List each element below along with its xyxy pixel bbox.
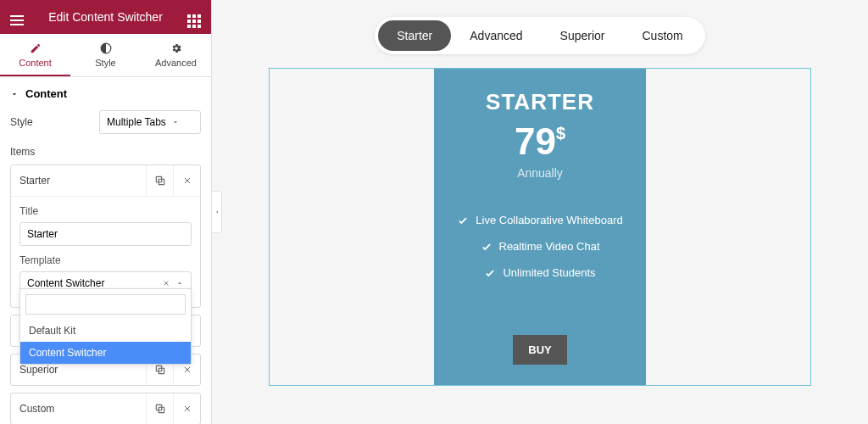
title-label: Title bbox=[19, 205, 192, 217]
feature-text: Live Collaborative Whiteboard bbox=[476, 214, 622, 226]
style-select[interactable]: Multiple Tabs bbox=[99, 110, 201, 134]
style-value: Multiple Tabs bbox=[107, 116, 166, 128]
apps-icon[interactable] bbox=[177, 7, 211, 28]
chevron-left-icon bbox=[214, 209, 220, 215]
switcher-tab-superior[interactable]: Superior bbox=[542, 20, 624, 51]
dropdown-search bbox=[25, 294, 186, 315]
contrast-icon bbox=[100, 42, 112, 54]
switcher-tab-advanced[interactable]: Advanced bbox=[451, 20, 541, 51]
buy-button[interactable]: BUY bbox=[513, 335, 566, 365]
caret-down-icon bbox=[10, 90, 19, 98]
price-currency: $ bbox=[556, 124, 565, 143]
sidebar-header: Edit Content Switcher bbox=[0, 0, 211, 34]
check-icon bbox=[484, 267, 496, 279]
section-toggle-content[interactable]: Content bbox=[10, 77, 201, 110]
card-period: Annually bbox=[448, 166, 632, 180]
chevron-down-icon bbox=[171, 118, 180, 126]
price-amount: 79 bbox=[515, 120, 556, 163]
close-icon[interactable] bbox=[173, 393, 200, 424]
chevron-up-icon bbox=[175, 279, 184, 287]
section-wrapper[interactable]: STARTER 79$ Annually Live Collaborative … bbox=[269, 68, 811, 386]
card-price: 79$ bbox=[515, 120, 565, 163]
panel-body: Content Style Multiple Tabs Items Starte… bbox=[0, 77, 211, 424]
feature-list: Live Collaborative Whiteboard Realtime V… bbox=[448, 214, 632, 279]
tab-style[interactable]: Style bbox=[70, 34, 141, 76]
feature-text: Realtime Video Chat bbox=[499, 240, 600, 253]
sidebar-title: Edit Content Switcher bbox=[34, 10, 177, 24]
item-body: Title Template Content Switcher Default … bbox=[11, 196, 200, 307]
close-icon[interactable] bbox=[173, 165, 200, 196]
dropdown-option[interactable]: Content Switcher bbox=[20, 342, 191, 364]
feature-item: Unlimited Students bbox=[448, 266, 632, 279]
content-switcher: Starter Advanced Superior Custom bbox=[375, 17, 704, 54]
tab-label: Advanced bbox=[155, 58, 197, 68]
feature-item: Realtime Video Chat bbox=[448, 240, 632, 253]
check-icon bbox=[481, 241, 492, 253]
dropdown-option[interactable]: Default Kit bbox=[20, 320, 191, 342]
card-title: STARTER bbox=[448, 89, 632, 115]
switcher-tab-custom[interactable]: Custom bbox=[623, 20, 701, 51]
dropdown-search-input[interactable] bbox=[25, 294, 186, 315]
section-title: Content bbox=[25, 87, 67, 100]
collapse-panel-button[interactable] bbox=[212, 191, 222, 233]
duplicate-icon[interactable] bbox=[146, 393, 173, 424]
template-value: Content Switcher bbox=[27, 277, 104, 289]
tab-content[interactable]: Content bbox=[0, 34, 70, 76]
tab-advanced[interactable]: Advanced bbox=[141, 34, 211, 76]
preview-canvas: Starter Advanced Superior Custom STARTER… bbox=[212, 0, 868, 424]
tab-label: Style bbox=[95, 58, 115, 68]
tab-label: Content bbox=[19, 58, 52, 68]
duplicate-icon[interactable] bbox=[146, 165, 173, 196]
template-dropdown: Default Kit Content Switcher bbox=[19, 288, 192, 365]
item-toggle[interactable]: Custom bbox=[11, 394, 146, 423]
feature-item: Live Collaborative Whiteboard bbox=[448, 214, 632, 226]
item-card-custom: Custom bbox=[10, 393, 201, 424]
item-card-starter: Starter Title Template Content Switcher bbox=[10, 165, 201, 308]
style-row: Style Multiple Tabs bbox=[10, 110, 201, 134]
pricing-card: STARTER 79$ Annually Live Collaborative … bbox=[434, 69, 646, 385]
clear-icon[interactable] bbox=[162, 279, 170, 287]
item-head: Starter bbox=[11, 165, 200, 196]
gear-icon bbox=[170, 42, 182, 54]
panel-tabs: Content Style Advanced bbox=[0, 34, 211, 77]
items-label: Items bbox=[10, 146, 201, 158]
title-input[interactable] bbox=[19, 222, 192, 246]
check-icon bbox=[457, 215, 469, 226]
menu-icon[interactable] bbox=[0, 9, 34, 25]
style-label: Style bbox=[10, 116, 33, 128]
editor-sidebar: Edit Content Switcher Content Style Adva… bbox=[0, 0, 212, 424]
switcher-tab-starter[interactable]: Starter bbox=[378, 20, 451, 51]
pencil-icon bbox=[30, 42, 42, 54]
item-toggle[interactable]: Starter bbox=[11, 166, 146, 195]
feature-text: Unlimited Students bbox=[503, 266, 595, 279]
template-label: Template bbox=[19, 254, 192, 266]
